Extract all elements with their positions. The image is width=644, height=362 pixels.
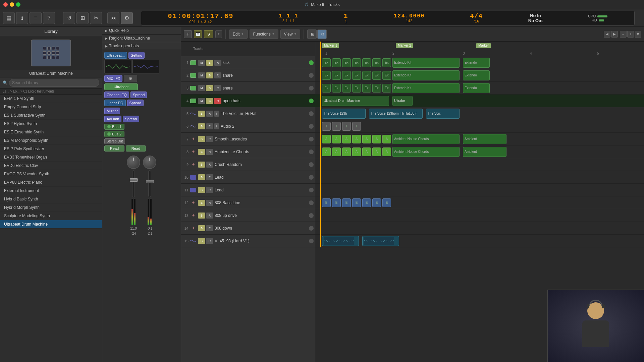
input-button[interactable]: I: [214, 111, 219, 117]
list-item[interactable]: ES 2 Hybrid Synth: [0, 120, 102, 128]
region-block-ambient-2[interactable]: Ambient: [463, 147, 506, 157]
close-button[interactable]: [3, 2, 8, 7]
input-button[interactable]: I: [214, 123, 219, 129]
adlimit-button[interactable]: AdLimit: [104, 116, 121, 122]
region-block-ex[interactable]: Ex: [342, 71, 351, 80]
stereo-out-button[interactable]: Stereo Out: [104, 138, 125, 144]
track-row[interactable]: 15 S R VL45_93 (Hard V1): [181, 235, 315, 247]
track-row[interactable]: 1 M S R kick: [181, 56, 315, 69]
track-row[interactable]: 5 S R I The Voic...m_Hi Hat: [181, 107, 315, 120]
solo-button[interactable]: S: [198, 238, 205, 244]
region-a-block[interactable]: A: [382, 135, 391, 143]
ultrabeat-button[interactable]: Ultrabeat: [104, 83, 138, 90]
region-a-block[interactable]: A: [342, 147, 351, 156]
add-track-button[interactable]: +: [184, 30, 192, 38]
list-item[interactable]: EFM 1 FM Synth: [0, 95, 102, 103]
region-block-voice-3[interactable]: The Voic: [426, 109, 460, 119]
track-row[interactable]: 10 S R Lead: [181, 171, 315, 184]
region-block-ex[interactable]: Ex: [362, 58, 371, 67]
solo-button[interactable]: S: [198, 200, 205, 206]
region-a-block[interactable]: A: [352, 135, 361, 143]
mute-button[interactable]: M: [198, 72, 205, 78]
region-block-extendo-2[interactable]: Extendo: [463, 83, 490, 93]
record-button[interactable]: R: [214, 72, 221, 78]
fader-track-1[interactable]: [132, 170, 135, 197]
region-a-block[interactable]: A: [362, 135, 371, 143]
record-button[interactable]: R: [206, 174, 213, 180]
region-a-block[interactable]: A: [352, 147, 361, 156]
multipr-button[interactable]: Multipr: [104, 108, 120, 114]
region-e-block[interactable]: E: [362, 198, 371, 207]
region-block-ex[interactable]: Ex: [322, 84, 331, 93]
region-e-block[interactable]: E: [332, 198, 341, 207]
view-button[interactable]: View ▼: [280, 29, 301, 39]
mixer-button[interactable]: ⊞: [76, 12, 89, 24]
list-item[interactable]: ES P Poly Synthesizer: [0, 145, 102, 153]
region-a-block[interactable]: A: [332, 135, 341, 143]
zoom-fit-button[interactable]: ▼: [635, 31, 641, 38]
solo-button[interactable]: S: [198, 136, 205, 142]
region-block-ex[interactable]: Ex: [322, 58, 331, 67]
region-e-block[interactable]: E: [372, 198, 381, 207]
record-button-on[interactable]: R: [214, 98, 221, 104]
region-t-block[interactable]: T: [322, 122, 331, 131]
track-row[interactable]: 13 ✦ S R 808 up drive: [181, 209, 315, 222]
region-e-block[interactable]: E: [322, 198, 331, 207]
region-block-extendo[interactable]: Extendo Kit: [392, 70, 460, 80]
region-block-vl-1[interactable]: [322, 236, 359, 246]
tracks-scroll[interactable]: 1 M S R kick 2: [181, 56, 315, 362]
region-e-block[interactable]: E: [382, 198, 391, 207]
region-a-block[interactable]: A: [382, 147, 391, 156]
list-item[interactable]: EVP88 Electric Piano: [0, 178, 102, 187]
pointer-button[interactable]: ↺: [63, 12, 75, 24]
region-e-block[interactable]: E: [352, 198, 361, 207]
region-block-ex[interactable]: Ex: [322, 71, 331, 80]
record-button[interactable]: R: [206, 111, 213, 117]
track-row[interactable]: 11 S R Lead: [181, 184, 315, 196]
list-item[interactable]: External Instrument: [0, 187, 102, 195]
setting-button[interactable]: Setting: [128, 52, 145, 59]
list-item-ultrabeat[interactable]: Ultrabeat Drum Machine: [0, 220, 102, 229]
region-info-section[interactable]: ▶ Region: Ultrab...achine: [102, 35, 181, 42]
channel-eq-button[interactable]: Channel EQ: [104, 92, 129, 98]
record-button[interactable]: R: [206, 238, 213, 244]
pan-knob-1[interactable]: [127, 156, 140, 169]
list-item[interactable]: Hybrid Basic Synth: [0, 195, 102, 203]
pan-knob-2[interactable]: [143, 156, 156, 169]
region-block-ex[interactable]: Ex: [342, 84, 351, 93]
zoom-in-button[interactable]: +: [627, 31, 634, 38]
solo-button[interactable]: S: [198, 149, 205, 155]
region-block-vl-2[interactable]: [362, 236, 399, 246]
list-item[interactable]: EVOC PS Vocoder Synth: [0, 170, 102, 178]
zoom-out-button[interactable]: −: [620, 31, 627, 38]
solo-button[interactable]: S: [198, 123, 205, 129]
region-a-block[interactable]: A: [322, 147, 331, 156]
region-block-extendo-2[interactable]: Extendo: [463, 70, 490, 80]
solo-button[interactable]: S: [198, 111, 205, 117]
spread-btn-3[interactable]: Spread: [123, 116, 139, 122]
record-button[interactable]: R: [206, 187, 213, 193]
region-a-block[interactable]: A: [372, 147, 381, 156]
region-block-extendo-2[interactable]: Extendo: [463, 58, 490, 68]
track-row[interactable]: 12 ✦ S R 808 Bass Line: [181, 196, 315, 209]
list-item[interactable]: Empty Channel Strip: [0, 103, 102, 111]
read-button-2[interactable]: Read: [126, 145, 146, 152]
edit-button[interactable]: Edit ▼: [229, 29, 248, 39]
region-a-block[interactable]: A: [322, 135, 331, 143]
list-item[interactable]: ES M Monophonic Synth: [0, 136, 102, 145]
library-button[interactable]: ▤: [3, 12, 15, 24]
region-t-block[interactable]: T: [342, 122, 351, 131]
region-a-block[interactable]: A: [362, 147, 371, 156]
region-block-ex[interactable]: Ex: [362, 71, 371, 80]
read-button-1[interactable]: Read: [104, 145, 124, 152]
midi-region-button[interactable]: 🎹: [194, 30, 202, 38]
region-block-extendo[interactable]: Extendo Kit: [392, 58, 460, 68]
region-block-ultrabeat-2[interactable]: Ultrabe: [392, 96, 413, 106]
scissors-button[interactable]: ✂: [90, 12, 102, 24]
track-info-section[interactable]: ▶ Track: open hats: [102, 42, 181, 50]
list-item[interactable]: EVB3 Tonewheel Organ: [0, 153, 102, 162]
instrument-select-button[interactable]: Ultrabeat...: [104, 52, 127, 59]
region-a-block[interactable]: A: [332, 147, 341, 156]
tracks-canvas[interactable]: Ex Ex Ex Ex Ex Ex Ex Extendo Kit Extendo: [315, 56, 644, 362]
region-block-ex[interactable]: Ex: [332, 84, 341, 93]
